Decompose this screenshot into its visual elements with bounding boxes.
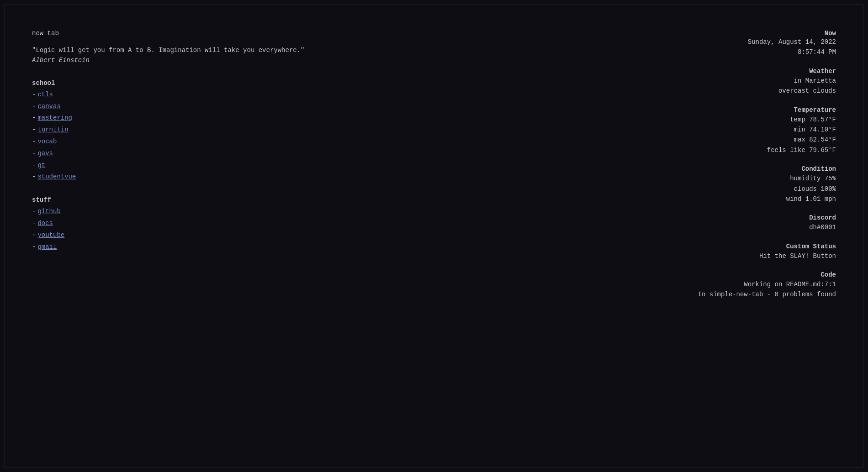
dash: - [32, 89, 36, 100]
right-column: Now Sunday, August 14, 2022 8:57:44 PM W… [698, 30, 836, 449]
list-item: - mastering [32, 113, 305, 124]
gavs-link[interactable]: gavs [37, 148, 53, 159]
gmail-link[interactable]: gmail [37, 242, 57, 253]
temperature-title: Temperature [767, 106, 836, 114]
discord-value: dh#0001 [809, 222, 836, 232]
condition-wind: wind 1.01 mph [786, 194, 836, 204]
condition-section: Condition humidity 75% clouds 100% wind … [786, 165, 836, 204]
list-item: - youtube [32, 230, 305, 241]
vocab-link[interactable]: vocab [37, 136, 57, 147]
now-label: Now [748, 30, 836, 37]
code-title: Code [698, 271, 836, 278]
github-link[interactable]: github [37, 206, 60, 217]
page-title: new tab [32, 30, 305, 37]
condition-humidity: humidity 75% [786, 173, 836, 184]
quote-author: Albert Einstein [32, 55, 305, 65]
list-item: - turnitin [32, 125, 305, 136]
temperature-section: Temperature temp 78.57°F min 74.10°F max… [767, 106, 836, 156]
datetime-section: Now Sunday, August 14, 2022 8:57:44 PM [748, 30, 836, 58]
dash: - [32, 218, 36, 229]
weather-condition: overcast clouds [778, 86, 836, 96]
school-section: school - ctls - canvas - mastering - tur… [32, 79, 305, 184]
list-item: - gt [32, 160, 305, 171]
list-item: - canvas [32, 101, 305, 112]
gt-link[interactable]: gt [37, 160, 45, 171]
temperature-max: max 82.54°F [767, 135, 836, 145]
custom-status-title: Custom Status [759, 243, 836, 250]
temperature-min: min 74.10°F [767, 125, 836, 135]
dash: - [32, 148, 36, 159]
stuff-section-title: stuff [32, 196, 305, 204]
custom-status-section: Custom Status Hit the SLAY! Button [759, 243, 836, 261]
weather-title: Weather [778, 68, 836, 75]
date-value: Sunday, August 14, 2022 [748, 37, 836, 47]
weather-location: in Marietta [778, 76, 836, 86]
docs-link[interactable]: docs [37, 218, 53, 229]
dash: - [32, 125, 36, 136]
list-item: - github [32, 206, 305, 217]
youtube-link[interactable]: youtube [37, 230, 64, 241]
condition-title: Condition [786, 165, 836, 173]
list-item: - studentvue [32, 172, 305, 183]
discord-section: Discord dh#0001 [809, 214, 836, 232]
condition-clouds: clouds 100% [786, 184, 836, 194]
stuff-section: stuff - github - docs - youtube - gmail [32, 196, 305, 253]
time-value: 8:57:44 PM [748, 47, 836, 57]
code-line2: In simple-new-tab - 0 problems found [698, 289, 836, 299]
turnitin-link[interactable]: turnitin [37, 125, 68, 136]
temperature-temp: temp 78.57°F [767, 115, 836, 125]
dash: - [32, 172, 36, 183]
dash: - [32, 230, 36, 241]
content-wrapper: new tab "Logic will get you from A to B.… [5, 5, 863, 467]
weather-section: Weather in Marietta overcast clouds [778, 68, 836, 96]
ctls-link[interactable]: ctls [37, 89, 53, 100]
dash: - [32, 113, 36, 124]
custom-status-value: Hit the SLAY! Button [759, 251, 836, 261]
list-item: - docs [32, 218, 305, 229]
dash: - [32, 101, 36, 112]
list-item: - gmail [32, 242, 305, 253]
left-column: new tab "Logic will get you from A to B.… [32, 30, 305, 449]
dash: - [32, 160, 36, 171]
list-item: - vocab [32, 136, 305, 147]
discord-title: Discord [809, 214, 836, 221]
dash: - [32, 242, 36, 253]
quote-block: "Logic will get you from A to B. Imagina… [32, 45, 305, 66]
school-section-title: school [32, 79, 305, 87]
code-section: Code Working on README.md:7:1 In simple-… [698, 271, 836, 300]
code-line1: Working on README.md:7:1 [698, 279, 836, 289]
mastering-link[interactable]: mastering [37, 113, 72, 124]
studentvue-link[interactable]: studentvue [37, 172, 76, 183]
dash: - [32, 136, 36, 147]
quote-text: "Logic will get you from A to B. Imagina… [32, 45, 305, 55]
canvas-link[interactable]: canvas [37, 101, 60, 112]
temperature-feels-like: feels like 79.65°F [767, 145, 836, 155]
list-item: - ctls [32, 89, 305, 100]
list-item: - gavs [32, 148, 305, 159]
dash: - [32, 206, 36, 217]
